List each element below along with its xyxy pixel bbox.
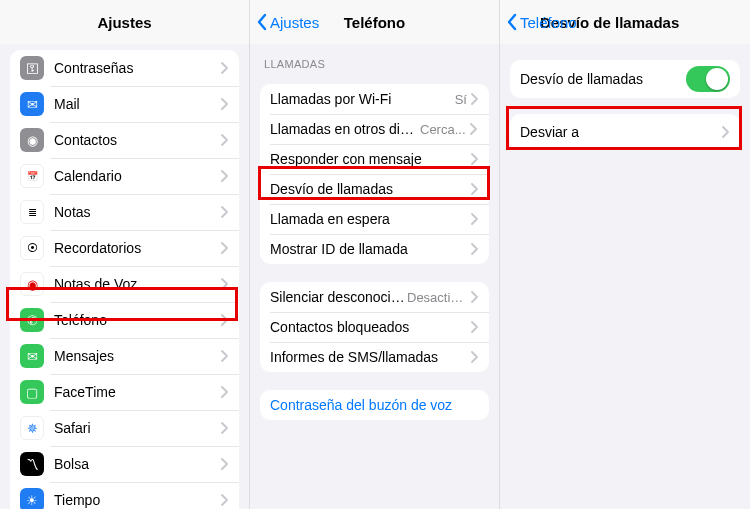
row-wifi-calling[interactable]: Llamadas por Wi-Fi Sí — [260, 84, 489, 114]
row-label: Mail — [54, 96, 221, 112]
row-detail: Sí — [455, 92, 467, 107]
row-facetime[interactable]: ▢ FaceTime — [10, 374, 239, 410]
row-label: Contactos — [54, 132, 221, 148]
row-call-forwarding-toggle[interactable]: Desvío de llamadas — [510, 60, 740, 98]
chevron-right-icon — [470, 123, 478, 135]
contacts-icon: ◉ — [20, 128, 44, 152]
chevron-left-icon — [506, 13, 518, 31]
row-label: Llamadas en otros dispositivos — [270, 121, 420, 137]
stocks-icon: 〽︎ — [20, 452, 44, 476]
chevron-right-icon — [471, 351, 479, 363]
row-forward-to[interactable]: Desviar a — [510, 114, 740, 150]
row-stocks[interactable]: 〽︎ Bolsa — [10, 446, 239, 482]
section-header-calls: LLAMADAS — [250, 44, 499, 76]
row-voicemail-password[interactable]: Contraseña del buzón de voz — [260, 390, 489, 420]
nav-bar: Ajustes — [0, 0, 249, 44]
row-silence-unknown[interactable]: Silenciar desconocidos Desactivado — [260, 282, 489, 312]
row-show-caller-id[interactable]: Mostrar ID de llamada — [260, 234, 489, 264]
call-forwarding-screen: Teléfono Desvío de llamadas Desvío de ll… — [500, 0, 750, 509]
row-label: Teléfono — [54, 312, 221, 328]
row-sms-call-reports[interactable]: Informes de SMS/llamadas — [260, 342, 489, 372]
back-button[interactable]: Ajustes — [250, 13, 319, 31]
phone-settings-screen: Ajustes Teléfono LLAMADAS Llamadas por W… — [250, 0, 500, 509]
nav-bar: Teléfono Desvío de llamadas — [500, 0, 750, 44]
chevron-right-icon — [471, 243, 479, 255]
row-passwords[interactable]: ⚿ Contraseñas — [10, 50, 239, 86]
safari-icon: ✵ — [20, 416, 44, 440]
row-mail[interactable]: ✉︎ Mail — [10, 86, 239, 122]
chevron-right-icon — [471, 291, 479, 303]
chevron-left-icon — [256, 13, 268, 31]
row-label: FaceTime — [54, 384, 221, 400]
chevron-right-icon — [221, 386, 229, 398]
back-button[interactable]: Teléfono — [500, 13, 577, 31]
mail-icon: ✉︎ — [20, 92, 44, 116]
row-call-waiting[interactable]: Llamada en espera — [260, 204, 489, 234]
row-label: Mensajes — [54, 348, 221, 364]
row-label: Desvío de llamadas — [270, 181, 471, 197]
row-safari[interactable]: ✵ Safari — [10, 410, 239, 446]
row-notes[interactable]: ≣ Notas — [10, 194, 239, 230]
row-label: Contactos bloqueados — [270, 319, 471, 335]
row-detail: Desactivado — [407, 290, 467, 305]
weather-icon: ☀︎ — [20, 488, 44, 509]
chevron-right-icon — [221, 62, 229, 74]
row-messages[interactable]: ✉︎ Mensajes — [10, 338, 239, 374]
chevron-right-icon — [221, 314, 229, 326]
calendar-icon: 📅 — [20, 164, 44, 188]
chevron-right-icon — [471, 93, 479, 105]
row-label: Recordatorios — [54, 240, 221, 256]
call-forwarding-list: Desvío de llamadas Desviar a — [500, 44, 750, 509]
row-label: Safari — [54, 420, 221, 436]
row-label: Llamada en espera — [270, 211, 471, 227]
row-call-forwarding[interactable]: Desvío de llamadas — [260, 174, 489, 204]
facetime-icon: ▢ — [20, 380, 44, 404]
voicememo-icon: ◉ — [20, 272, 44, 296]
chevron-right-icon — [221, 134, 229, 146]
row-label: Notas de Voz — [54, 276, 221, 292]
chevron-right-icon — [471, 321, 479, 333]
chevron-right-icon — [221, 206, 229, 218]
row-label: Notas — [54, 204, 221, 220]
row-label: Informes de SMS/llamadas — [270, 349, 471, 365]
chevron-right-icon — [221, 242, 229, 254]
row-blocked-contacts[interactable]: Contactos bloqueados — [260, 312, 489, 342]
row-detail: Cerca... — [420, 122, 466, 137]
row-label: Mostrar ID de llamada — [270, 241, 471, 257]
row-label: Calendario — [54, 168, 221, 184]
settings-list: ⚿ Contraseñas ✉︎ Mail ◉ Contactos 📅 Cale… — [0, 44, 249, 509]
call-forwarding-switch[interactable] — [686, 66, 730, 92]
chevron-right-icon — [221, 422, 229, 434]
chevron-right-icon — [221, 98, 229, 110]
row-label: Desvío de llamadas — [520, 71, 686, 87]
back-label: Ajustes — [270, 14, 319, 31]
row-calendar[interactable]: 📅 Calendario — [10, 158, 239, 194]
row-contacts[interactable]: ◉ Contactos — [10, 122, 239, 158]
row-label: Contraseñas — [54, 60, 221, 76]
row-reminders[interactable]: ⦿ Recordatorios — [10, 230, 239, 266]
row-label: Bolsa — [54, 456, 221, 472]
row-label: Contraseña del buzón de voz — [270, 397, 479, 413]
row-label: Silenciar desconocidos — [270, 289, 407, 305]
nav-bar: Ajustes Teléfono — [250, 0, 499, 44]
row-weather[interactable]: ☀︎ Tiempo — [10, 482, 239, 509]
row-label: Responder con mensaje — [270, 151, 471, 167]
chevron-right-icon — [221, 170, 229, 182]
notes-icon: ≣ — [20, 200, 44, 224]
row-respond-with-text[interactable]: Responder con mensaje — [260, 144, 489, 174]
chevron-right-icon — [221, 458, 229, 470]
back-label: Teléfono — [520, 14, 577, 31]
row-voicememos[interactable]: ◉ Notas de Voz — [10, 266, 239, 302]
row-phone[interactable]: ✆ Teléfono — [10, 302, 239, 338]
key-icon: ⚿ — [20, 56, 44, 80]
row-calls-other-devices[interactable]: Llamadas en otros dispositivos Cerca... — [260, 114, 489, 144]
chevron-right-icon — [471, 183, 479, 195]
chevron-right-icon — [221, 494, 229, 506]
chevron-right-icon — [471, 153, 479, 165]
phone-settings-list: LLAMADAS Llamadas por Wi-Fi Sí Llamadas … — [250, 44, 499, 509]
settings-screen: Ajustes ⚿ Contraseñas ✉︎ Mail ◉ Contacto… — [0, 0, 250, 509]
row-label: Llamadas por Wi-Fi — [270, 91, 455, 107]
chevron-right-icon — [221, 350, 229, 362]
reminders-icon: ⦿ — [20, 236, 44, 260]
chevron-right-icon — [221, 278, 229, 290]
